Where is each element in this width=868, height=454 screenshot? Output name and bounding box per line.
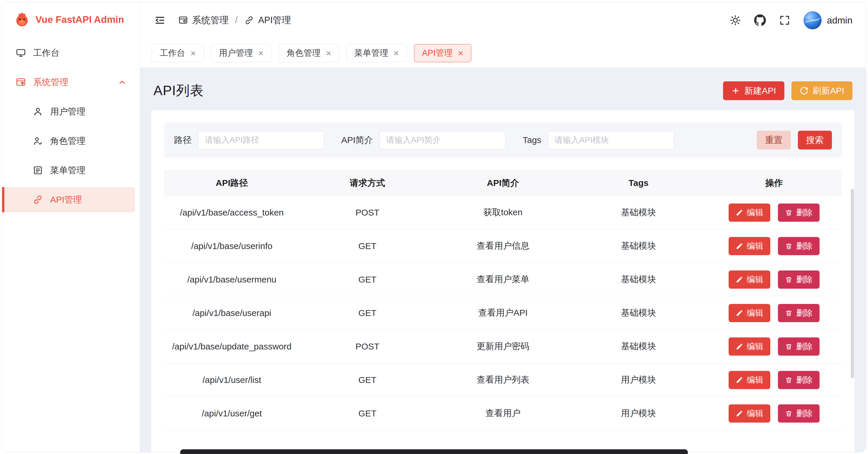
edit-button[interactable]: 编辑 — [728, 203, 770, 222]
method-cell: POST — [300, 208, 435, 218]
tab-users[interactable]: 用户管理 × — [211, 44, 272, 62]
table-row: /api/v1/base/usermenu GET 查看用户菜单 基础模块 编辑 — [164, 263, 842, 296]
tags-input[interactable] — [548, 131, 674, 149]
column-header-tags: Tags — [571, 178, 706, 188]
pencil-icon — [736, 242, 743, 250]
table-header-row: API路径 请求方式 API简介 Tags 操作 — [164, 170, 842, 196]
tags-cell: 基础模块 — [571, 274, 706, 285]
edit-label: 编辑 — [747, 374, 763, 386]
trash-icon — [785, 242, 793, 250]
close-icon[interactable]: × — [258, 49, 264, 58]
delete-button[interactable]: 删除 — [778, 371, 819, 389]
summary-input[interactable] — [379, 131, 505, 149]
breadcrumb-item-api[interactable]: API管理 — [244, 14, 291, 26]
filter-summary-label: API简介 — [341, 134, 373, 146]
sidebar-item-system[interactable]: 系统管理 — [2, 69, 135, 95]
tab-label: API管理 — [422, 47, 453, 59]
top-header: 系统管理 / API管理 — [140, 2, 866, 38]
filter-tags-label: Tags — [523, 135, 541, 145]
edit-button[interactable]: 编辑 — [728, 304, 770, 322]
breadcrumb: 系统管理 / API管理 — [178, 14, 291, 26]
sidebar-item-roles[interactable]: 角色管理 — [2, 128, 135, 153]
sidebar: Vue FastAPI Admin 工作台 系统管理 — [2, 2, 140, 452]
delete-label: 删除 — [796, 408, 812, 419]
path-input[interactable] — [198, 131, 324, 149]
collapse-sidebar-icon[interactable] — [154, 15, 166, 26]
delete-button[interactable]: 删除 — [778, 404, 819, 423]
delete-label: 删除 — [796, 341, 812, 352]
sidebar-item-menus[interactable]: 菜单管理 — [2, 158, 135, 183]
edit-button[interactable]: 编辑 — [728, 271, 770, 289]
api-path-cell: /api/v1/base/userapi — [164, 308, 300, 318]
edit-button[interactable]: 编辑 — [728, 237, 770, 255]
edit-label: 编辑 — [747, 408, 763, 419]
delete-button[interactable]: 删除 — [778, 304, 819, 322]
delete-label: 删除 — [796, 374, 812, 386]
refresh-api-button[interactable]: 刷新API — [792, 81, 852, 100]
api-path-cell: /api/v1/base/access_token — [164, 208, 300, 218]
sidebar-item-label: 角色管理 — [50, 135, 85, 147]
row-actions: 编辑 删除 — [706, 404, 842, 423]
filter-path: 路径 — [174, 131, 324, 149]
close-icon[interactable]: × — [326, 49, 331, 58]
sidebar-item-users[interactable]: 用户管理 — [2, 99, 135, 124]
summary-cell: 获取token — [435, 206, 571, 219]
filter-summary: API简介 — [341, 131, 505, 149]
summary-cell: 更新用户密码 — [435, 340, 571, 352]
edit-button[interactable]: 编辑 — [728, 337, 770, 356]
sidebar-item-label: 工作台 — [33, 47, 60, 59]
header-actions: admin — [730, 11, 852, 29]
plus-icon — [731, 86, 740, 95]
close-icon[interactable]: × — [394, 49, 399, 58]
app-logo[interactable]: Vue FastAPI Admin — [2, 2, 140, 36]
sidebar-item-api[interactable]: API管理 — [2, 187, 135, 212]
close-icon[interactable]: × — [190, 49, 196, 58]
summary-cell: 查看用户 — [435, 407, 571, 419]
sidebar-item-workbench[interactable]: 工作台 — [2, 40, 135, 65]
close-icon[interactable]: × — [458, 49, 464, 58]
tags-cell: 基础模块 — [571, 307, 706, 319]
table-row: /api/v1/user/get GET 查看用户 用户模块 编辑 删除 — [164, 397, 842, 430]
method-cell: GET — [300, 241, 435, 251]
breadcrumb-item-system[interactable]: 系统管理 — [178, 14, 228, 26]
row-actions: 编辑 删除 — [706, 371, 842, 389]
api-path-cell: /api/v1/user/list — [164, 375, 300, 385]
refresh-icon — [800, 86, 808, 95]
username: admin — [827, 15, 852, 26]
summary-cell: 查看用户信息 — [435, 240, 571, 252]
tab-api[interactable]: API管理 × — [414, 44, 471, 62]
edit-button[interactable]: 编辑 — [728, 371, 770, 389]
sidebar-item-label: 菜单管理 — [50, 165, 85, 176]
search-button[interactable]: 搜索 — [798, 131, 832, 149]
tab-roles[interactable]: 角色管理 × — [278, 44, 339, 62]
new-api-button[interactable]: 新建API — [723, 81, 784, 100]
delete-button[interactable]: 删除 — [778, 337, 819, 356]
tab-menus[interactable]: 菜单管理 × — [346, 44, 407, 62]
chick-logo-icon — [14, 12, 30, 27]
tags-cell: 用户模块 — [571, 407, 706, 419]
api-path-cell: /api/v1/base/update_password — [164, 342, 300, 351]
theme-sun-icon[interactable] — [730, 15, 741, 26]
user-menu[interactable]: admin — [803, 11, 852, 29]
tab-label: 角色管理 — [286, 47, 320, 59]
delete-button[interactable]: 删除 — [778, 237, 819, 255]
table-row: /api/v1/base/userinfo GET 查看用户信息 基础模块 编辑 — [164, 229, 842, 263]
fullscreen-icon[interactable] — [779, 15, 790, 26]
method-cell: GET — [300, 275, 435, 285]
sidebar-menu: 工作台 系统管理 — [2, 36, 140, 217]
pencil-icon — [736, 209, 743, 217]
github-icon[interactable] — [754, 15, 766, 26]
table-scrollbar[interactable] — [851, 189, 854, 378]
system-icon — [178, 15, 188, 25]
main-area: 系统管理 / API管理 — [140, 2, 866, 452]
delete-button[interactable]: 删除 — [778, 271, 819, 289]
tab-workbench[interactable]: 工作台 × — [152, 44, 204, 62]
page-header: API列表 新建API 刷新API — [151, 78, 855, 110]
edit-button[interactable]: 编辑 — [728, 404, 770, 423]
delete-label: 删除 — [796, 274, 812, 285]
reset-button[interactable]: 重置 — [757, 131, 791, 149]
column-header-summary: API简介 — [435, 177, 571, 189]
delete-button[interactable]: 删除 — [778, 203, 819, 222]
page-title: API列表 — [153, 82, 204, 100]
method-cell: GET — [300, 308, 435, 318]
